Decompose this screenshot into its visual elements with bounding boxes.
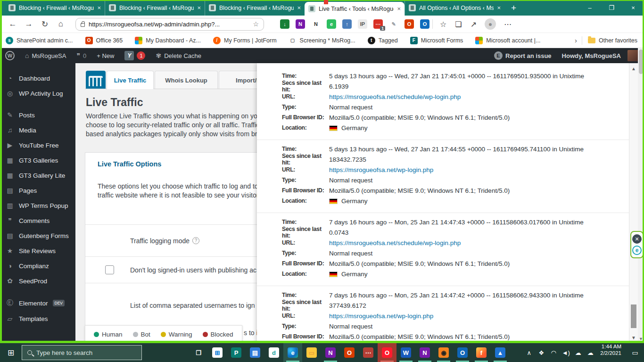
GT3 Gallery Lite[interactable]: ▦ GT3 Gallery Lite [0,168,75,183]
Gutenberg Forms[interactable]: ▤ Gutenberg Forms [0,228,75,243]
page-scroll-down-icon[interactable]: ▼ [638,337,644,341]
entry-url-link[interactable]: https://msrogueofsa.net/wp-login.php [329,166,433,173]
Complianz[interactable]: ◑ Complianz [0,258,75,273]
firefox-icon[interactable]: f [472,343,491,362]
entry-url-link[interactable]: https://msrogueofsa.net/wp-login.php [329,313,433,320]
close-tab-icon[interactable]: × [297,4,301,11]
close-widget-icon[interactable]: ✕ [632,234,642,244]
favorite-bookmark[interactable]: ▢ Screening * MsRog... [289,37,355,44]
download-extension-icon[interactable]: ↓ [280,19,289,29]
onedrive-tray-icon[interactable]: ☁ [572,349,584,356]
home-icon[interactable]: ⌂ [53,19,69,29]
notes-extension-icon[interactable]: ⋯ 1 [373,19,383,29]
settings-menu-icon[interactable]: ⋯ [504,20,512,29]
favorites-overflow-chevron[interactable]: › [570,36,582,44]
favorite-star-icon[interactable]: ☆ [253,20,259,28]
close-window-button[interactable]: × [622,0,644,16]
word-icon[interactable]: W [396,343,415,362]
action-center-icon[interactable]: ▭ [626,343,644,362]
Comments[interactable]: ❞ Comments [0,213,75,228]
favorite-bookmark[interactable]: Microsoft account |... [475,37,540,44]
feather-extension-icon[interactable]: ✎ [389,19,398,29]
onenote-extension-icon[interactable]: N [296,19,305,29]
site-name-menu[interactable]: ⌂ MsRogueSA [20,48,71,63]
taskbar-clock[interactable]: 1:44 AM 2/2/2021 [600,343,621,362]
photos-icon[interactable]: ▲ [491,343,510,362]
tab-blocking-firewall-2[interactable]: Blocking ‹ Firewall ‹ MsRogueS × [105,0,205,16]
screen-recorder-icon[interactable]: ◉ [434,343,453,362]
back-icon[interactable]: ← [5,19,21,29]
SeedProd[interactable]: ✿ SeedProd [0,273,75,288]
wordpress-logo-menu[interactable]: W [0,48,20,63]
WP Terms Popup[interactable]: ▥ WP Terms Popup [0,198,75,213]
tab-live-traffic[interactable]: Live Traffic [107,71,154,89]
tab-whois-lookup[interactable]: Whois Lookup [155,71,218,89]
other-favorites-button[interactable]: Other favorites [588,37,637,44]
new-content-menu[interactable]: + New [91,48,119,63]
dont-log-users-checkbox[interactable] [105,265,114,274]
tab-all-options[interactable]: All Options ‹ All Options ‹ MsR × [405,0,504,16]
favorite-bookmark[interactable]: / My Forms | JotForm [213,37,277,44]
account-menu[interactable]: Howdy, MsRogueSA [557,48,644,63]
entry-url-link[interactable]: https://msrogueofsa.net/schedule/wp-logi… [329,93,461,100]
favorite-bookmark[interactable]: My Dashboard - Az... [135,37,201,44]
red-app-icon[interactable]: ⋯ [359,343,378,362]
YouTube Free[interactable]: ▶ YouTube Free [0,138,75,153]
new-tab-button[interactable]: + [504,0,523,16]
yoast-seo-menu[interactable]: Y 1 [119,48,150,63]
file-explorer-icon[interactable]: ▭ [302,343,321,362]
office-extension-icon[interactable]: O [405,19,414,29]
wifi-tray-icon[interactable]: ◠ [547,349,560,356]
restore-button[interactable]: ❐ [601,0,622,16]
Media[interactable]: ♫ Media [0,123,75,138]
close-tab-icon[interactable]: × [397,5,401,12]
report-issue-menu[interactable]: E Report an issue [489,48,557,63]
ip-lookup-extension-icon[interactable]: IP [358,19,367,29]
evernote-extension-icon[interactable]: e [327,19,336,29]
cloud-tray-icon[interactable]: ☁ [584,349,596,356]
help-icon[interactable]: ? [192,237,199,244]
minimize-button[interactable]: – [579,0,601,16]
edge-icon[interactable]: e [283,343,302,362]
entry-url-link[interactable]: https://msrogueofsa.net/schedule/wp-logi… [329,239,461,247]
address-bar[interactable]: https://msrogueofsa.net/wp-admin/admin.p… [75,18,264,31]
WP Activity Log[interactable]: ◎ WP Activity Log [0,86,75,101]
office-icon[interactable]: O [340,343,359,362]
favorites-hub-icon[interactable]: ☆ [440,20,446,29]
page-scrollbar-thumb[interactable] [639,49,643,74]
taskbar-search-input[interactable]: Type here to search [22,345,142,360]
share-icon[interactable]: ↗ [471,20,477,29]
refresh-icon[interactable]: ↻ [37,19,53,29]
start-button[interactable]: ⊞ [0,343,22,362]
scroll-up-icon[interactable]: ▲ [629,66,638,71]
Posts[interactable]: ✎ Posts [0,107,75,123]
onenote-icon[interactable]: N [321,343,340,362]
url-text[interactable]: https://msrogueofsa.net/wp-admin/admin.p… [89,21,249,28]
tab-live-traffic-active[interactable]: Live Traffic ‹ Tools ‹ MsRogueS × [305,2,405,16]
upload-extension-icon[interactable]: ↑ [342,19,352,29]
opera-icon[interactable]: O [378,343,396,362]
Dashboard[interactable]: ◔ Dashboard [0,71,75,86]
GT3 Galleries[interactable]: ▦ GT3 Galleries [0,153,75,168]
outlook-extension-icon[interactable]: O [420,19,429,29]
Templates[interactable]: ▱ Templates [0,311,75,326]
onenote-clipper-icon[interactable]: N [311,19,321,29]
scroll-down-icon[interactable]: ▼ [629,335,638,340]
Pages[interactable]: ▤ Pages [0,183,75,198]
tab-blocking-firewall-3[interactable]: Blocking ‹ Firewall ‹ MsRogueS × [205,0,305,16]
forward-icon[interactable]: → [21,19,37,29]
tab-blocking-firewall-1[interactable]: Blocking ‹ Firewall ‹ MsRogueS × [5,0,105,16]
collections-icon[interactable]: ❏ [455,20,462,29]
favorite-bookmark[interactable]: t Tagged [368,37,398,44]
Elementor[interactable]: Ⓔ Elementor DEV [0,295,75,311]
favorite-bookmark[interactable]: O Office 365 [85,37,123,44]
Site Reviews[interactable]: ★ Site Reviews [0,243,75,258]
onenote-icon-2[interactable]: N [415,343,434,362]
evernote-clipper-widget[interactable]: ✕ e [630,231,644,258]
close-tab-icon[interactable]: × [197,4,201,11]
outlook-icon[interactable]: O [453,343,472,362]
microsoft-store-icon[interactable]: ⊞ [208,343,227,362]
scrollbar-thumb[interactable] [631,304,636,328]
panel-scrollbar[interactable]: ▲ ▼ [629,63,638,343]
publisher-icon[interactable]: P [227,343,246,362]
